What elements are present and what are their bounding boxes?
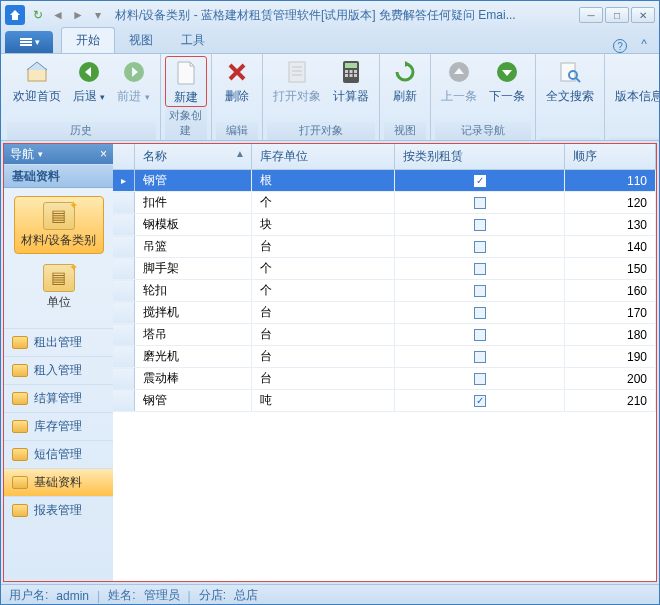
maximize-button[interactable]: □	[605, 7, 629, 23]
nav-item[interactable]: 租入管理	[4, 356, 113, 384]
ribbon-button-label: 前进 ▾	[117, 88, 149, 105]
back-button[interactable]: 后退 ▾	[67, 56, 111, 122]
checkbox-icon[interactable]	[474, 329, 486, 341]
checkbox-icon[interactable]	[474, 197, 486, 209]
cell-unit: 个	[252, 258, 395, 280]
nav-item[interactable]: 库存管理	[4, 412, 113, 440]
statusbar: 用户名: admin | 姓名: 管理员 | 分店: 总店	[1, 584, 659, 605]
nav-item[interactable]: 报表管理	[4, 496, 113, 524]
delete-button[interactable]: 删除	[216, 56, 258, 122]
table-row[interactable]: 搅拌机台170	[113, 302, 656, 324]
cell-name: 扣件	[135, 192, 252, 214]
home-icon[interactable]	[5, 5, 25, 25]
qat-dropdown-icon[interactable]: ▾	[89, 6, 107, 24]
checkbox-icon[interactable]	[474, 285, 486, 297]
titlebar: ↻ ◄ ► ▾ 材料/设备类别 - 蓝格建材租赁管理软件[试用版本] 免费解答任…	[1, 1, 659, 29]
table-row[interactable]: 钢管吨✓210	[113, 390, 656, 412]
qat-forward-icon[interactable]: ►	[69, 6, 87, 24]
table-row[interactable]: 震动棒台200	[113, 368, 656, 390]
sidebar: 导航 ▾ × 基础资料 ▤✦材料/设备类别▤✦单位 租出管理租入管理结算管理库存…	[3, 143, 113, 582]
nav-list: 租出管理租入管理结算管理库存管理短信管理基础资料报表管理	[4, 328, 113, 581]
table-row[interactable]: ▸钢管根✓110	[113, 170, 656, 192]
folder-icon	[12, 364, 28, 377]
column-header-name[interactable]: 名称▲	[135, 144, 252, 170]
table-row[interactable]: 脚手架个150	[113, 258, 656, 280]
new-button[interactable]: 新建	[165, 56, 207, 107]
status-user-label: 用户名:	[9, 587, 48, 604]
status-name-value: 管理员	[144, 587, 180, 604]
svg-rect-6	[289, 62, 305, 82]
tab-view[interactable]: 视图	[115, 28, 167, 53]
checkbox-icon[interactable]: ✓	[474, 175, 486, 187]
table-row[interactable]: 轮扣个160	[113, 280, 656, 302]
column-header-by_category[interactable]: 按类别租赁	[395, 144, 565, 170]
file-menu-button[interactable]: ▾	[5, 31, 53, 53]
cell-by_category: ✓	[395, 390, 565, 412]
cell-order: 120	[565, 192, 656, 214]
checkbox-icon[interactable]	[474, 263, 486, 275]
cell-unit: 台	[252, 346, 395, 368]
window-title: 材料/设备类别 - 蓝格建材租赁管理软件[试用版本] 免费解答任何疑问 Emai…	[115, 7, 579, 24]
tab-start[interactable]: 开始	[61, 27, 115, 53]
cell-unit: 台	[252, 324, 395, 346]
search-button[interactable]: 全文搜索	[540, 56, 600, 137]
ribbon-group-label	[540, 137, 600, 140]
status-user-value: admin	[56, 589, 89, 603]
calculator-button[interactable]: 计算器	[327, 56, 375, 122]
nav-item[interactable]: 租出管理	[4, 328, 113, 356]
sidebar-tile[interactable]: ▤✦单位	[14, 258, 104, 316]
tile-icon: ▤✦	[43, 264, 75, 292]
version-button[interactable]: 版本信息	[609, 56, 660, 137]
nav-item[interactable]: 基础资料	[4, 468, 113, 496]
ribbon-button-label: 打开对象	[273, 88, 321, 105]
table-row[interactable]: 塔吊台180	[113, 324, 656, 346]
checkbox-icon[interactable]	[474, 241, 486, 253]
cell-name: 钢管	[135, 170, 252, 192]
ribbon-button-label: 全文搜索	[546, 88, 594, 105]
folder-icon	[12, 448, 28, 461]
table-row[interactable]: 扣件个120	[113, 192, 656, 214]
nav-item[interactable]: 结算管理	[4, 384, 113, 412]
help-icon[interactable]: ?	[613, 39, 627, 53]
refresh-button[interactable]: 刷新	[384, 56, 426, 122]
folder-icon	[12, 504, 28, 517]
row-indicator	[113, 302, 135, 324]
close-button[interactable]: ✕	[631, 7, 655, 23]
checkbox-icon[interactable]	[474, 307, 486, 319]
cell-unit: 台	[252, 302, 395, 324]
welcome-button[interactable]: 欢迎首页	[7, 56, 67, 122]
cell-order: 180	[565, 324, 656, 346]
next-button[interactable]: 下一条	[483, 56, 531, 122]
checkbox-icon[interactable]	[474, 373, 486, 385]
sidebar-pin-icon[interactable]: ▾	[38, 149, 43, 159]
qat-refresh-icon[interactable]: ↻	[29, 6, 47, 24]
search-icon	[556, 58, 584, 86]
sidebar-close-icon[interactable]: ×	[100, 147, 107, 161]
qat-back-icon[interactable]: ◄	[49, 6, 67, 24]
ribbon-button-label: 下一条	[489, 88, 525, 105]
checkbox-icon[interactable]	[474, 351, 486, 363]
column-header-unit[interactable]: 库存单位	[252, 144, 395, 170]
checkbox-icon[interactable]: ✓	[474, 395, 486, 407]
checkbox-icon[interactable]	[474, 219, 486, 231]
row-indicator	[113, 390, 135, 412]
nav-item[interactable]: 短信管理	[4, 440, 113, 468]
ribbon-collapse-icon[interactable]: ^	[635, 35, 653, 53]
table-row[interactable]: 吊篮台140	[113, 236, 656, 258]
minimize-button[interactable]: ─	[579, 7, 603, 23]
sidebar-tile[interactable]: ▤✦材料/设备类别	[14, 196, 104, 254]
column-header-order[interactable]: 顺序	[565, 144, 656, 170]
folder-icon	[12, 392, 28, 405]
row-indicator	[113, 324, 135, 346]
cell-order: 170	[565, 302, 656, 324]
cell-unit: 个	[252, 192, 395, 214]
svg-rect-2	[20, 44, 32, 46]
ribbon-group-label: 打开对象	[267, 122, 375, 140]
table-row[interactable]: 钢模板块130	[113, 214, 656, 236]
svg-rect-1	[20, 41, 32, 43]
table-row[interactable]: 磨光机台190	[113, 346, 656, 368]
tab-tools[interactable]: 工具	[167, 28, 219, 53]
svg-rect-16	[349, 74, 352, 77]
cell-name: 吊篮	[135, 236, 252, 258]
sidebar-section-header[interactable]: 基础资料	[4, 164, 113, 188]
